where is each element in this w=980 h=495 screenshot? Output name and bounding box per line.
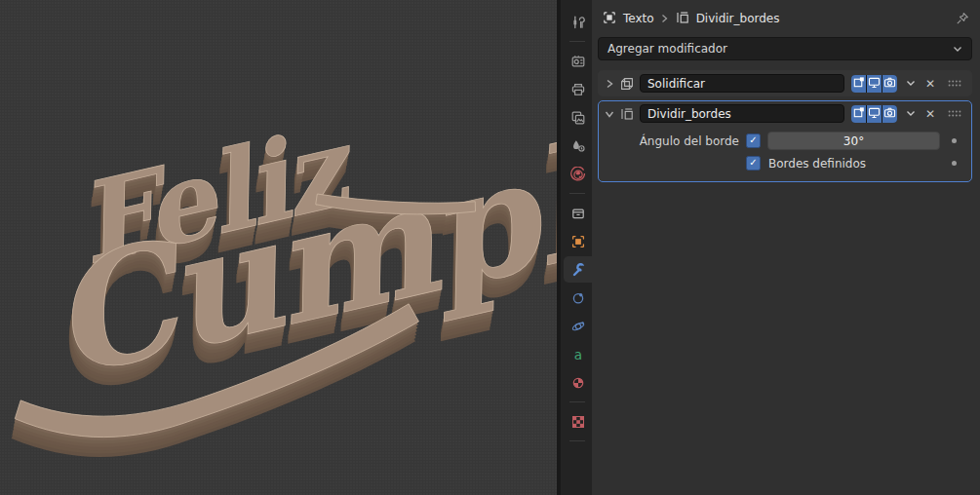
breadcrumb-object-icon [602,10,617,28]
add-modifier-dropdown[interactable]: Agregar modificador [598,37,972,60]
edit-mode-display-toggle[interactable] [851,105,866,123]
solidify-modifier-icon [619,76,635,92]
tab-world[interactable] [564,161,592,187]
edit-mode-icon [852,106,865,122]
tab-object[interactable] [564,228,592,254]
display-toggle-group [851,75,897,93]
add-modifier-label: Agregar modificador [608,42,727,56]
viewport-display-toggle[interactable] [867,75,882,93]
breadcrumb-modifier-icon [675,10,690,28]
chevron-down-icon [953,46,962,53]
modifier-header-edge-split[interactable]: Dividir_bordes [599,101,971,126]
texture-icon [570,414,586,430]
viewport-display-toggle[interactable] [867,105,882,123]
tab-material[interactable] [564,369,592,396]
modifiers-icon [570,262,586,278]
modifier-extras-menu-button[interactable] [906,110,916,117]
edge-angle-value-slider[interactable]: 30° [767,132,940,150]
render-display-toggle[interactable] [882,75,897,93]
modifier-name-text: Solidificar [647,77,705,91]
edge-angle-row: Ángulo del borde ✓ 30° [607,130,965,152]
tab-separator [569,193,585,194]
monitor-icon [868,76,881,92]
edge-angle-label: Ángulo del borde [607,134,739,148]
properties-editor: a [561,0,980,495]
edge-split-modifier-icon [619,106,635,122]
svg-text:a: a [573,347,581,362]
collection-icon [570,206,586,221]
constraints-icon [570,319,586,334]
drag-handle[interactable] [948,109,961,118]
world-icon [570,167,586,182]
properties-tab-bar: a [561,0,592,495]
viewport-3d-text-object[interactable]: Feliz Cumple [0,0,557,495]
properties-header: Texto Dividir_bordes [592,0,980,37]
modifier-panel-edge-split: Dividir_bordes [598,100,972,182]
object-data-icon: a [570,347,586,362]
output-icon [570,82,586,97]
breadcrumb-object-name[interactable]: Texto [623,12,654,25]
viewport-3d[interactable]: Feliz Cumple [0,0,557,495]
tab-output[interactable] [564,76,592,102]
tab-object-data[interactable]: a [564,341,592,367]
tab-constraints[interactable] [564,313,592,339]
modifier-panel-solidify: Solidificar [598,70,972,96]
expand-right-icon[interactable] [605,79,614,89]
properties-content: Agregar modificador [592,37,980,186]
tab-separator [569,401,585,402]
view-layer-icon [570,110,586,126]
sharp-edges-row: ✓ Bordes definidos [607,152,965,174]
properties-main: Texto Dividir_bordes [592,0,980,495]
tab-modifiers[interactable] [564,256,592,283]
delete-modifier-button[interactable]: ✕ [925,78,935,90]
breadcrumb-modifier-name[interactable]: Dividir_bordes [696,12,780,25]
blender-window: Feliz Cumple [0,0,980,495]
tool-icon [570,15,586,30]
physics-icon [570,290,586,306]
object-icon [570,234,586,249]
edit-mode-icon [852,76,865,92]
tab-texture[interactable] [564,408,592,435]
tab-render[interactable] [564,48,592,74]
animate-property-dot[interactable] [952,161,957,166]
material-icon [570,375,586,391]
edge-angle-checkbox[interactable]: ✓ [746,133,761,148]
decorator-column [942,138,965,143]
expand-down-icon[interactable] [605,109,614,119]
breadcrumb-chevron-icon [660,14,669,23]
modifier-name-field[interactable]: Dividir_bordes [640,104,844,123]
camera-icon [883,76,896,92]
render-display-toggle[interactable] [882,105,897,123]
sharp-edges-label: Bordes definidos [768,157,866,171]
tab-tool[interactable] [564,9,592,35]
camera-icon [883,106,896,122]
tab-physics[interactable] [564,285,592,311]
render-icon [570,54,586,69]
pin-icon[interactable] [955,11,970,26]
tab-separator [569,41,585,42]
monitor-icon [868,106,881,122]
modifier-header-solidify[interactable]: Solidificar [599,71,971,95]
tab-separator [569,440,585,441]
tab-view-layer[interactable] [564,104,592,131]
modifier-name-field[interactable]: Solidificar [640,74,844,93]
scene-icon [570,138,586,154]
edge-split-settings: Ángulo del borde ✓ 30° ✓ Bordes definid [599,126,971,181]
animate-property-dot[interactable] [952,138,957,143]
edit-mode-display-toggle[interactable] [851,75,866,93]
sharp-edges-checkbox[interactable]: ✓ [746,156,761,171]
tab-collection[interactable] [564,200,592,226]
modifier-name-text: Dividir_bordes [647,107,731,121]
modifier-extras-menu-button[interactable] [906,80,916,87]
drag-handle[interactable] [948,79,961,88]
delete-modifier-button[interactable]: ✕ [925,108,935,120]
display-toggle-group [851,105,897,123]
tab-scene[interactable] [564,133,592,159]
decorator-column [942,161,965,166]
edge-angle-value: 30° [843,134,864,148]
